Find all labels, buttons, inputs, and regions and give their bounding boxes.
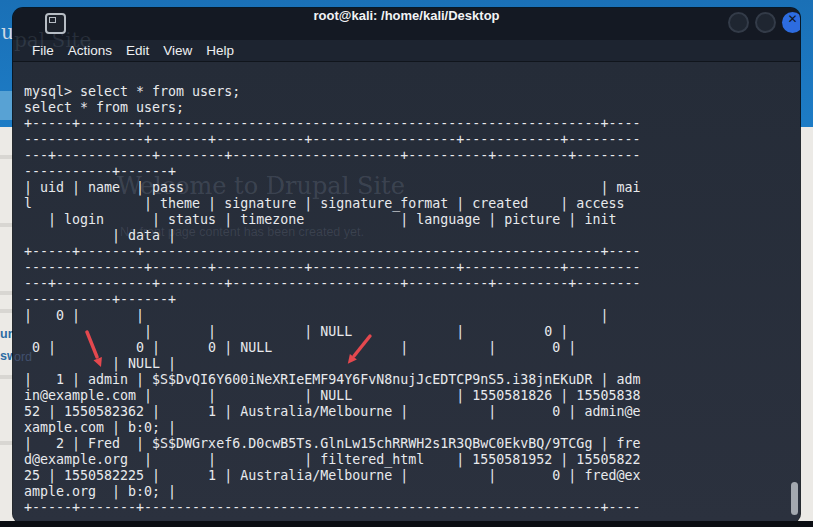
terminal-prompt-glyph [49, 17, 56, 23]
menu-bar: File Actions Edit View Help [13, 40, 800, 62]
terminal-line: mysql> select * from users; [24, 84, 640, 100]
terminal-line: ---------------+-------+-----------+----… [24, 260, 640, 276]
annotation-arrow-hash [341, 332, 375, 372]
browser-header-gradient [0, 91, 13, 120]
terminal-window: root@kali: /home/kali/Desktop ✕ pal Site… [13, 8, 800, 522]
terminal-output: mysql> select * from users; select * fro… [24, 84, 640, 516]
page-divider [0, 441, 13, 445]
terminal-line: -----------+------+ [24, 292, 640, 308]
annotation-arrow-admin [82, 330, 108, 372]
page-divider [0, 291, 13, 295]
terminal-line: select * from users; [24, 100, 640, 116]
screen: { "window": { "title": "root@kali: /home… [0, 0, 813, 527]
terminal-line: in@example.com | | | NULL | 1550581826 |… [24, 388, 640, 404]
title-bar[interactable]: root@kali: /home/kali/Desktop ✕ [13, 8, 800, 40]
terminal-line: +-----+-------+-------------------------… [24, 500, 640, 516]
menu-help[interactable]: Help [206, 43, 234, 58]
desktop-bottom-strip [0, 521, 813, 527]
scrollbar-thumb[interactable] [791, 482, 798, 515]
page-divider [0, 155, 13, 159]
page-divider [0, 223, 13, 227]
window-title: root@kali: /home/kali/Desktop [13, 8, 800, 23]
menu-edit[interactable]: Edit [126, 43, 149, 58]
terminal-line: d@example.org | | | filtered_html | 1550… [24, 452, 640, 468]
terminal-line: -----------+------+ [24, 164, 640, 180]
page-divider [0, 309, 13, 313]
terminal-line: | | | NULL | 0 | [24, 324, 640, 340]
terminal-line: 25 | 1550582225 | 1 | Australia/Melbourn… [24, 468, 640, 484]
terminal-line: ---+------------+--------+--------------… [24, 148, 640, 164]
site-title-ghost: pal Site [14, 28, 91, 52]
terminal-line: ample.org | b:0; | [24, 484, 640, 500]
minimize-button[interactable] [728, 12, 749, 33]
terminal-line: | login | status | timezone | language |… [24, 212, 640, 228]
site-title-fragment: u [1, 20, 14, 44]
terminal-line: ---------------+-------+-----------+----… [24, 132, 640, 148]
terminal-line: | NULL | [24, 356, 640, 372]
terminal-line: +-----+-------+-------------------------… [24, 244, 640, 260]
terminal-line: | uid | name | pass | mai [24, 180, 640, 196]
terminal-line: 0 | 0 | 0 | NULL | | 0 | [24, 340, 640, 356]
terminal-line: | data | [24, 228, 640, 244]
terminal-line: xample.com | b:0; | [24, 420, 640, 436]
terminal-line: | 0 | | | [24, 308, 640, 324]
close-button[interactable]: ✕ [782, 12, 800, 33]
menu-view[interactable]: View [163, 43, 192, 58]
maximize-button[interactable] [755, 12, 776, 33]
terminal-line: l | theme | signature | signature_format… [24, 196, 640, 212]
terminal-line: ---+------------+--------+--------------… [24, 276, 640, 292]
terminal-line: +-----+-------+-------------------------… [24, 116, 640, 132]
terminal-line: | 1 | admin | $S$DvQI6Y600iNeXRIeEMF94Y6… [24, 372, 640, 388]
page-divider [0, 375, 13, 379]
terminal-line: | 2 | Fred | $S$DWGrxef6.D0cwB5Ts.GlnLw1… [24, 436, 640, 452]
terminal-line: 52 | 1550582362 | 1 | Australia/Melbourn… [24, 404, 640, 420]
terminal-content[interactable]: Welcome to Drupal Site No front page con… [13, 62, 800, 522]
